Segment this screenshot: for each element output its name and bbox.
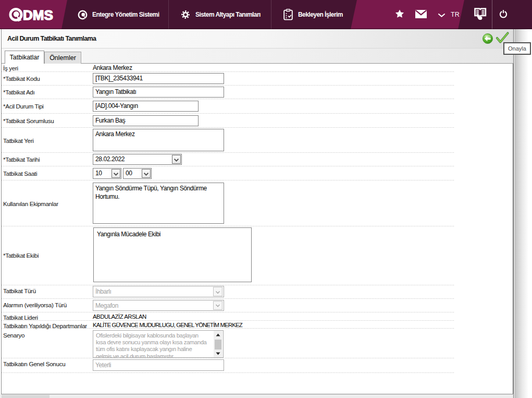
svg-text:DMS: DMS bbox=[23, 7, 53, 23]
